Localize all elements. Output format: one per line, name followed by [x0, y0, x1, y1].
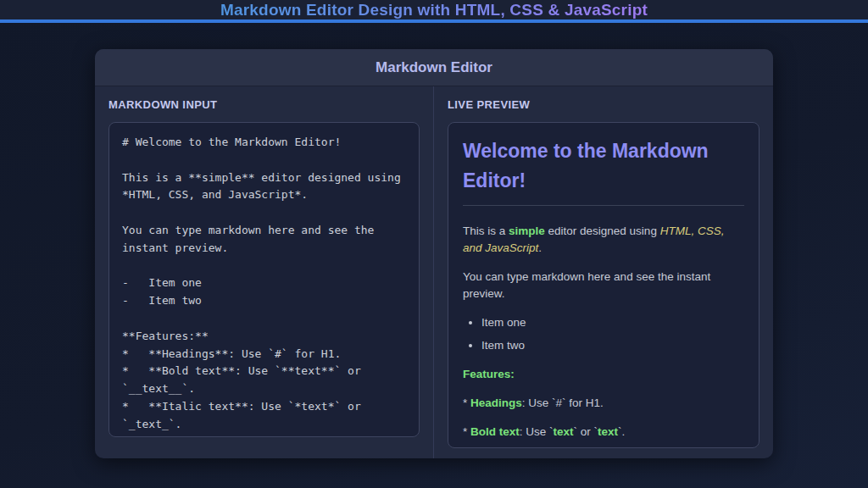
app-title: Markdown Editor Design with HTML, CSS & …: [220, 1, 648, 19]
live-preview-label: LIVE PREVIEW: [448, 98, 760, 111]
preview-list-item: Item two: [481, 337, 744, 354]
card-header: Markdown Editor: [95, 49, 773, 86]
preview-text-segment: You can type markdown here and see the i…: [463, 270, 710, 300]
preview-text-segment: ` or `: [574, 425, 598, 438]
preview-text-segment: : Use `: [520, 425, 554, 438]
live-preview-box: Welcome to the Markdown Editor! This is …: [448, 122, 760, 448]
markdown-input-label: MARKDOWN INPUT: [108, 98, 420, 111]
preview-text-segment: *: [463, 425, 470, 438]
preview-text-segment: text: [554, 425, 574, 438]
preview-text-segment: `.: [618, 425, 625, 438]
preview-text-segment: This is a: [463, 225, 509, 237]
card-body: MARKDOWN INPUT LIVE PREVIEW Welcome to t…: [95, 86, 773, 458]
preview-text-segment: simple: [509, 225, 545, 237]
live-preview-panel: LIVE PREVIEW Welcome to the Markdown Edi…: [434, 86, 773, 458]
preview-list-item: Item one: [481, 314, 744, 331]
preview-text-segment: : Use `#` for H1.: [522, 396, 604, 409]
preview-text-segment: text: [598, 425, 618, 438]
preview-text-segment: *: [463, 396, 470, 409]
preview-content: This is a simple editor designed using H…: [463, 223, 744, 448]
preview-paragraph: This is a simple editor designed using H…: [463, 223, 744, 257]
markdown-editor-card: Markdown Editor MARKDOWN INPUT LIVE PREV…: [95, 49, 773, 458]
preview-paragraph: * Headings: Use `#` for H1.: [463, 395, 744, 412]
preview-list: Item oneItem two: [463, 314, 744, 354]
preview-paragraph: You can type markdown here and see the i…: [463, 269, 744, 302]
preview-text-segment: .: [538, 241, 542, 254]
preview-text-segment: Bold text: [470, 425, 520, 438]
preview-text-segment: Features:: [463, 368, 515, 380]
preview-text-segment: editor designed using: [545, 225, 660, 237]
preview-paragraph: Features:: [463, 366, 744, 383]
preview-text-segment: Headings: [470, 396, 522, 409]
markdown-input-textarea[interactable]: [108, 122, 420, 437]
app-header: Markdown Editor Design with HTML, CSS & …: [0, 0, 868, 23]
markdown-input-panel: MARKDOWN INPUT: [95, 86, 434, 458]
card-title: Markdown Editor: [376, 59, 492, 76]
preview-paragraph: * Bold text: Use `text` or `text`.: [463, 424, 744, 441]
preview-heading: Welcome to the Markdown Editor!: [463, 136, 744, 206]
